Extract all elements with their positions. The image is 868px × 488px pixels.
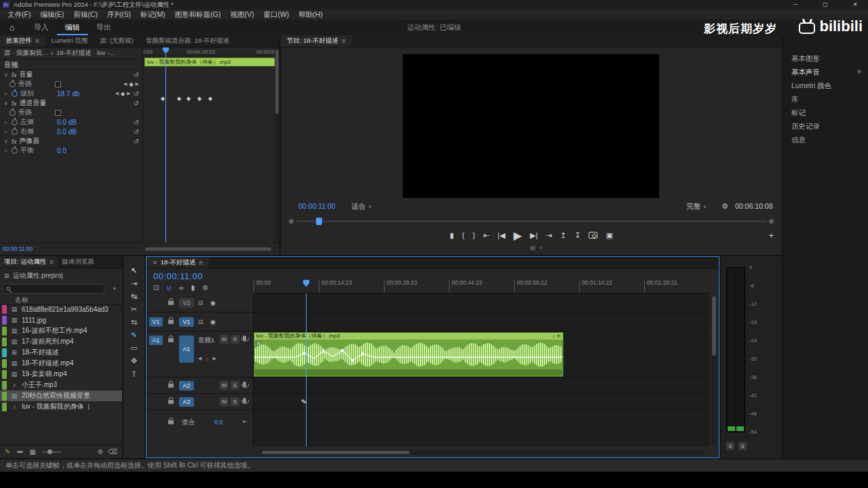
track-target-badge[interactable]: V2 <box>179 298 194 308</box>
track-visibility-icon[interactable]: ◉ <box>210 319 216 325</box>
track-target-badge[interactable]: A3 <box>179 397 194 407</box>
menu-file[interactable]: 文件(F) <box>3 10 35 20</box>
sync-lock-icon[interactable]: ⊟ <box>198 319 203 325</box>
reset-icon[interactable]: ↺ <box>134 128 139 136</box>
export-frame-button[interactable] <box>589 232 597 239</box>
keyframe-icon[interactable]: ◆ <box>197 96 201 102</box>
add-keyframe-icon[interactable]: ◆ <box>129 81 133 87</box>
go-to-out-button[interactable]: ⇥ <box>546 231 552 240</box>
zoom-fit-dropdown[interactable]: 适合 ∨ <box>351 202 372 211</box>
label-color-chip[interactable] <box>2 327 7 336</box>
panel-menu-icon[interactable]: ≡ <box>857 65 861 79</box>
tab-source-monitor[interactable]: 源: (无剪辑) <box>94 35 140 47</box>
project-item[interactable]: ▨ 1111.jpg <box>0 314 122 325</box>
drag-audio-icon[interactable]: ≈ <box>540 245 542 251</box>
collapse-icon[interactable]: ∨ <box>4 72 9 78</box>
snap-icon[interactable]: ∪ <box>166 284 171 291</box>
close-sequence-icon[interactable]: ✕ <box>153 260 157 266</box>
track-visibility-icon[interactable]: ◉ <box>210 300 216 306</box>
mute-button[interactable]: M <box>220 335 229 344</box>
delete-icon[interactable]: ⌫ <box>108 448 117 455</box>
label-color-chip[interactable] <box>2 381 7 390</box>
lift-button[interactable]: ↥ <box>560 231 566 240</box>
expander-icon[interactable]: > <box>4 119 9 125</box>
program-current-timecode[interactable]: 00:00:11:00 <box>298 202 336 210</box>
lock-icon[interactable] <box>168 384 174 388</box>
menu-markers[interactable]: 标记(M) <box>136 10 170 20</box>
panel-menu-icon[interactable]: ≡ <box>342 37 346 45</box>
keyframe-icon[interactable]: ◆ <box>208 96 212 102</box>
prev-keyframe-icon[interactable]: ◀ <box>198 356 201 361</box>
zoom-slider[interactable] <box>42 451 61 453</box>
workspace-tab-export[interactable]: 导出 <box>88 20 119 35</box>
razor-tool[interactable]: ✂ <box>123 303 144 316</box>
maximize-button[interactable]: ▢ <box>812 0 838 9</box>
timeline-timecode[interactable]: 00:00:11:00 <box>153 271 203 281</box>
dock-item-lumetri-color[interactable]: Lumetri 颜色 <box>783 79 868 92</box>
tab-effect-controls[interactable]: 效果控件 ≡ <box>0 35 45 47</box>
search-input[interactable] <box>3 284 104 293</box>
nest-toggle-icon[interactable]: ⊡ <box>153 284 159 291</box>
menu-sequence[interactable]: 序列(S) <box>102 10 136 20</box>
effect-controls-timecode[interactable]: 00:00:11:00 <box>3 245 33 252</box>
source-patch[interactable]: V1 <box>149 317 163 327</box>
project-item[interactable]: ▤ 16-波前不想工作.mp4 <box>0 325 122 336</box>
effect-controls-timeline[interactable]: 00:00 00:00:29:23 00:00:59: luv - 我撕裂我的身… <box>142 47 275 243</box>
tab-lumetri-scopes[interactable]: Lumetri 范围 <box>45 35 94 47</box>
comparison-view-button[interactable]: ▣ <box>606 231 612 240</box>
ripple-edit-tool[interactable]: ↹ <box>123 290 144 303</box>
label-color-chip[interactable] <box>2 348 7 357</box>
scrubber-playhead[interactable] <box>316 218 322 225</box>
reset-icon[interactable]: ↺ <box>134 100 139 107</box>
next-keyframe-icon[interactable]: ▶ <box>127 91 130 96</box>
close-button[interactable]: ✕ <box>842 0 868 9</box>
audio-clip[interactable]: luv - 我撕裂我的身体（伴奏）.mp3 ♪ fx fx <box>254 332 564 377</box>
left-value[interactable]: 0.0 dB <box>57 119 77 126</box>
play-button[interactable]: ▶ <box>513 229 521 242</box>
menu-edit[interactable]: 编辑(E) <box>35 10 68 20</box>
track-target-badge[interactable]: A1 <box>179 336 194 363</box>
stopwatch-icon[interactable] <box>12 148 18 154</box>
project-item-selected[interactable]: ▤ 20秒自然双快视频背景 <box>0 390 122 401</box>
tab-program[interactable]: 节目: 18-不好描述 ≡ <box>281 35 352 47</box>
menu-graphics[interactable]: 图形和标题(G) <box>170 10 226 20</box>
audio-level-meter[interactable] <box>726 267 745 432</box>
label-color-chip[interactable] <box>2 305 7 314</box>
project-item[interactable]: ▤ 19-卖卖萌.mp4 <box>0 369 122 380</box>
menu-help[interactable]: 帮助(H) <box>294 10 328 20</box>
project-item[interactable]: ♪ 小王子.mp3 <box>0 380 122 390</box>
go-to-in-button[interactable]: ⇤ <box>484 231 490 240</box>
mark-out-button[interactable]: } <box>473 231 475 239</box>
hand-tool[interactable]: ✥ <box>123 354 144 367</box>
voiceover-record-icon[interactable] <box>243 398 246 403</box>
dock-item-libraries[interactable]: 库 <box>783 92 868 106</box>
mark-in-button[interactable]: { <box>462 231 465 239</box>
extract-button[interactable]: ↧ <box>574 231 580 240</box>
list-view-icon[interactable]: ≔ <box>16 448 23 455</box>
chevron-down-icon[interactable]: ∨ <box>50 51 54 56</box>
timeline-settings-icon[interactable]: ⚙ <box>202 284 208 291</box>
clip-title-bar[interactable]: luv - 我撕裂我的身体（伴奏）.mp3 <box>254 333 563 340</box>
menu-clip[interactable]: 剪辑(C) <box>68 10 102 20</box>
playhead-line[interactable] <box>306 293 307 447</box>
voiceover-record-icon[interactable] <box>243 382 246 387</box>
zoom-handle-left[interactable] <box>289 219 294 224</box>
solo-button[interactable]: S <box>231 397 239 406</box>
filter-icon[interactable]: ▼ <box>113 287 117 291</box>
button-editor-button[interactable]: + <box>768 230 774 241</box>
scroll-to-start-icon[interactable]: ⇤ <box>243 418 248 425</box>
add-keyframe-icon[interactable]: ○ <box>205 357 208 361</box>
mini-zoom-scrollbar[interactable] <box>145 247 271 251</box>
workspace-tab-import[interactable]: 导入 <box>26 20 57 35</box>
pen-tool[interactable]: ✎ <box>123 329 144 342</box>
dock-item-markers[interactable]: 标记 <box>783 106 868 119</box>
solo-right-button[interactable]: S <box>738 442 747 450</box>
step-back-button[interactable]: |◀ <box>498 231 505 240</box>
effect-panner-header[interactable]: ∨ fx 声像器 ↺ <box>0 136 142 146</box>
stopwatch-icon[interactable] <box>12 119 18 125</box>
menu-view[interactable]: 视图(V) <box>225 10 258 20</box>
master-level-value[interactable]: 0.0 <box>214 419 223 426</box>
playhead-handle[interactable] <box>303 280 309 287</box>
reset-icon[interactable]: ↺ <box>134 119 139 126</box>
mute-button[interactable]: M <box>220 381 229 390</box>
